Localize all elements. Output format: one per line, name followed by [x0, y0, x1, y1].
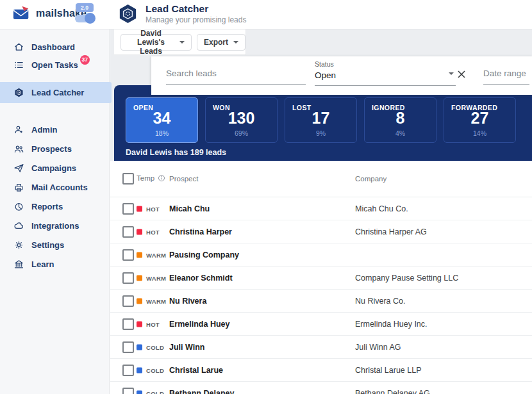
- page-title: Lead Catcher: [145, 3, 246, 15]
- stat-card-won[interactable]: WON 130 69%: [205, 97, 278, 143]
- export-button[interactable]: Export: [197, 34, 245, 51]
- sidebar-item-integrations[interactable]: Integrations: [0, 216, 109, 235]
- prospect-name: Juli Winn: [169, 343, 204, 352]
- sidebar-item-mail-accounts[interactable]: Mail Accounts: [0, 177, 109, 197]
- lead-catcher-icon: [117, 3, 138, 24]
- table-row[interactable]: COLD Juli Winn Juli Winn AG: [110, 336, 532, 359]
- table-row[interactable]: HOT Christina Harper Christina Harper AG: [110, 220, 532, 243]
- stat-percent: 69%: [206, 129, 277, 137]
- company-name: Micah Chu Co.: [355, 204, 408, 213]
- stat-percent: 14%: [444, 129, 515, 137]
- select-all-checkbox[interactable]: [122, 173, 134, 185]
- table-header: Temp Prospect Company: [110, 161, 532, 197]
- company-name: Juli Winn AG: [355, 343, 401, 352]
- lead-stats-panel: OPEN 34 18% WON 130 69% LOST 17 9% IGNOR…: [114, 85, 532, 161]
- temp-label: COLD: [146, 366, 164, 373]
- temp-badge: WARM: [137, 274, 166, 281]
- row-checkbox[interactable]: [122, 388, 134, 394]
- sidebar-item-label: Dashboard: [31, 42, 75, 52]
- stat-percent: 9%: [285, 129, 356, 137]
- company-name: Christal Larue LLP: [355, 366, 422, 375]
- stat-card-lost[interactable]: LOST 17 9%: [285, 97, 357, 143]
- leads-owner-dropdown[interactable]: David Lewis's Leads: [121, 34, 192, 51]
- company-name: Ermelinda Huey Inc.: [355, 320, 428, 329]
- stat-card-open[interactable]: OPEN 34 18%: [126, 97, 198, 143]
- prospect-name: Micah Chu: [169, 204, 210, 213]
- main-content: David Lewis's Leads Export Status Open O…: [110, 29, 532, 394]
- sidebar-item-label: Open Tasks: [31, 60, 78, 70]
- top-header: mailshake 2.0 Lead Catcher Manage your p…: [0, 0, 532, 29]
- temp-column-header: Temp: [137, 174, 165, 183]
- reports-icon: [13, 201, 24, 212]
- table-row[interactable]: WARM Pausing Company: [110, 243, 532, 267]
- sidebar-item-lead-catcher[interactable]: Lead Catcher: [0, 82, 112, 103]
- sidebar-item-label: Lead Catcher: [31, 88, 84, 97]
- prospect-name: Christal Larue: [169, 366, 223, 375]
- temp-color-square: [137, 321, 142, 327]
- row-checkbox[interactable]: [122, 365, 134, 376]
- temp-badge: COLD: [137, 366, 164, 373]
- stat-count: 8: [365, 110, 436, 126]
- table-row[interactable]: COLD Bethann Delaney Bethann Delaney AG: [110, 382, 532, 394]
- sidebar-item-dashboard[interactable]: Dashboard: [0, 38, 109, 56]
- chevron-down-icon: [233, 41, 238, 44]
- table-row[interactable]: HOT Ermelinda Huey Ermelinda Huey Inc.: [110, 313, 532, 336]
- toolbar: David Lewis's Leads Export: [114, 29, 246, 55]
- table-row[interactable]: HOT Micah Chu Micah Chu Co.: [110, 197, 532, 220]
- leads-summary: David Lewis has 189 leads: [126, 148, 226, 157]
- status-filter-value[interactable]: Open: [315, 68, 456, 86]
- temp-badge: HOT: [137, 320, 160, 327]
- row-checkbox[interactable]: [122, 295, 134, 307]
- temp-color-square: [137, 229, 142, 234]
- table-row[interactable]: COLD Christal Larue Christal Larue LLP: [110, 359, 532, 382]
- prospect-column-header: Prospect: [169, 175, 198, 183]
- row-checkbox[interactable]: [122, 318, 134, 330]
- stat-count: 130: [206, 110, 277, 126]
- row-checkbox[interactable]: [122, 272, 134, 284]
- stat-count: 17: [285, 110, 356, 126]
- prospect-name: Ermelinda Huey: [169, 320, 229, 329]
- prospect-name: Nu Rivera: [169, 297, 206, 306]
- row-checkbox[interactable]: [122, 341, 134, 353]
- temp-color-square: [137, 275, 142, 281]
- stat-card-ignored[interactable]: IGNORED 8 4%: [364, 97, 436, 143]
- sidebar-item-settings[interactable]: Settings: [0, 235, 109, 254]
- row-checkbox[interactable]: [122, 203, 134, 215]
- sidebar-item-label: Campaigns: [31, 163, 76, 173]
- row-checkbox[interactable]: [122, 226, 134, 238]
- status-clear-icon[interactable]: [457, 70, 467, 80]
- sidebar-item-label: Mail Accounts: [31, 183, 88, 192]
- row-checkbox[interactable]: [122, 249, 134, 261]
- sidebar-item-open-tasks[interactable]: Open Tasks 37: [0, 56, 109, 74]
- search-input[interactable]: [166, 69, 306, 85]
- temp-color-square: [137, 252, 142, 258]
- sidebar-item-learn[interactable]: Learn: [0, 254, 109, 274]
- sidebar-item-prospects[interactable]: Prospects: [0, 139, 109, 158]
- admin-icon: [13, 124, 24, 135]
- table-row[interactable]: WARM Nu Rivera Nu Rivera Co.: [110, 290, 532, 313]
- sidebar-item-label: Admin: [31, 125, 57, 135]
- sidebar-item-admin[interactable]: Admin: [0, 120, 109, 139]
- version-badge: 2.0: [76, 3, 94, 12]
- mailshake-envelope-icon: [13, 6, 30, 21]
- sidebar-item-campaigns[interactable]: Campaigns: [0, 158, 109, 177]
- prospect-name: Bethann Delaney: [169, 389, 234, 394]
- stat-card-forwarded[interactable]: FORWARDED 27 14%: [444, 97, 516, 143]
- sidebar: Dashboard Open Tasks 37 Lead Catcher Adm…: [0, 29, 110, 394]
- mail-accounts-icon: [13, 182, 24, 193]
- prospects-icon: [13, 144, 24, 154]
- temp-color-square: [137, 344, 142, 350]
- temp-badge: COLD: [137, 343, 164, 350]
- table-row[interactable]: WARM Eleanor Schmidt Company Pause Setti…: [110, 267, 532, 290]
- stat-percent: 18%: [126, 129, 197, 137]
- date-range-input[interactable]: [483, 69, 529, 85]
- version-toggle[interactable]: [75, 15, 94, 22]
- temp-color-square: [137, 298, 142, 304]
- temp-badge: WARM: [137, 251, 166, 258]
- temp-info-icon[interactable]: [158, 174, 165, 183]
- leads-table: Temp Prospect Company HOT Micah Chu Mica…: [110, 161, 532, 394]
- sidebar-item-reports[interactable]: Reports: [0, 197, 109, 216]
- company-name: Nu Rivera Co.: [355, 297, 406, 306]
- status-filter[interactable]: Status Open: [315, 60, 456, 86]
- prospect-name: Pausing Company: [169, 250, 239, 259]
